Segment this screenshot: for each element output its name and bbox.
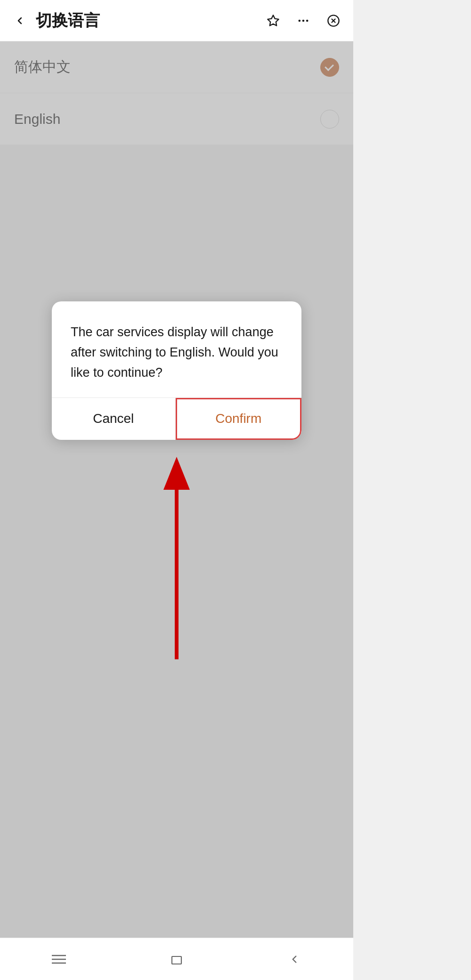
nav-back-button[interactable] <box>236 938 353 980</box>
svg-marker-0 <box>268 15 278 25</box>
svg-point-1 <box>299 19 301 22</box>
back-button[interactable] <box>9 10 30 31</box>
dialog-footer: Cancel Confirm <box>52 397 301 440</box>
bookmark-button[interactable] <box>263 10 284 31</box>
arrow-line <box>175 490 179 659</box>
nav-actions <box>263 10 344 31</box>
nav-bar: 切换语言 <box>0 0 353 41</box>
page-title: 切换语言 <box>30 10 263 32</box>
more-button[interactable] <box>293 10 314 31</box>
menu-button[interactable] <box>0 938 118 980</box>
svg-point-2 <box>302 19 305 22</box>
cancel-button[interactable]: Cancel <box>52 398 176 440</box>
dialog-message: The car services display will change aft… <box>71 322 283 383</box>
confirm-dialog: The car services display will change aft… <box>52 301 301 440</box>
home-button[interactable] <box>118 938 236 980</box>
bottom-nav-bar <box>0 938 353 980</box>
svg-point-3 <box>306 19 309 22</box>
confirm-button[interactable]: Confirm <box>176 398 302 440</box>
arrow-annotation <box>163 457 190 659</box>
dialog-body: The car services display will change aft… <box>52 301 301 397</box>
arrow-head-icon <box>163 457 190 490</box>
close-button[interactable] <box>323 10 344 31</box>
svg-rect-10 <box>172 956 181 964</box>
